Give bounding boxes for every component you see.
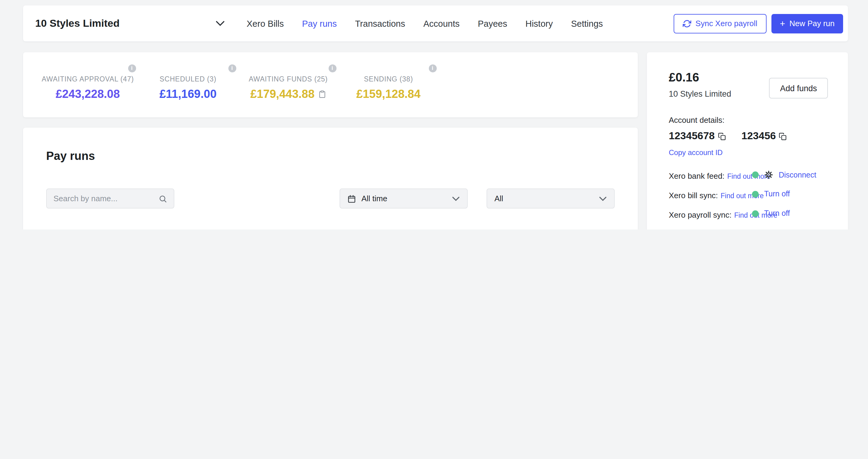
sync-label: Xero bill sync: [669, 191, 718, 200]
sync-label: Xero bank feed: [669, 171, 725, 180]
nav-xero-bills[interactable]: Xero Bills [247, 19, 284, 28]
account-panel: £0.16 10 Styles Limited Add funds Accoun… [647, 52, 848, 229]
stat-amount: £159,128.84 [338, 88, 439, 101]
search-input[interactable] [54, 194, 158, 203]
copy-icon[interactable] [779, 132, 787, 140]
turn-off-link[interactable]: Turn off [764, 209, 790, 218]
sort-code: 123456 [741, 130, 776, 142]
stat-sending: i SENDING (38) £159,128.84 [338, 62, 439, 117]
stat-amount: £243,228.08 [38, 88, 138, 101]
disconnect-link[interactable]: Disconnect [779, 171, 816, 179]
chevron-down-icon [216, 21, 225, 26]
content-row: i AWAITING APPROVAL (47) £243,228.08 i S… [23, 52, 848, 229]
status-filter-dropdown[interactable]: All [487, 189, 615, 208]
status-dot [752, 191, 759, 197]
stat-awaiting-funds: i AWAITING FUNDS (25) £179,443.88 [238, 62, 338, 117]
info-icon[interactable]: i [429, 64, 436, 73]
date-filter-value: All time [362, 194, 387, 203]
account-details-label: Account details: [669, 116, 826, 125]
xero-bill-sync-row: Xero bill sync: Turn off Find out more [669, 189, 826, 201]
status-dot [752, 210, 759, 217]
company-selector[interactable]: 10 Styles Limited [35, 17, 225, 29]
nav-history[interactable]: History [525, 19, 553, 28]
account-number: 12345678 [669, 130, 715, 142]
company-name: 10 Styles Limited [35, 17, 120, 29]
stat-scheduled: i SCHEDULED (3) £11,169.00 [138, 62, 238, 117]
nav-accounts[interactable]: Accounts [423, 19, 460, 28]
sync-button-label: Sync Xero payroll [695, 19, 757, 28]
xero-payroll-sync-row: Xero payroll sync: Turn off Find out mor… [669, 208, 826, 220]
account-numbers: 12345678 123456 [669, 130, 826, 142]
search-icon [158, 194, 167, 203]
new-pay-run-label: New Pay run [789, 19, 835, 28]
status-dot [752, 171, 759, 178]
copy-icon[interactable] [718, 132, 725, 140]
sync-icon [683, 19, 691, 28]
nav-transactions[interactable]: Transactions [355, 19, 405, 28]
page-title: Pay runs [23, 149, 638, 163]
stat-amount: £179,443.88 [250, 88, 314, 101]
info-icon[interactable]: i [128, 64, 136, 73]
clipboard-icon[interactable] [318, 90, 326, 98]
stat-label: AWAITING FUNDS (25) [238, 76, 338, 83]
xero-bank-feed-row: Xero bank feed: [669, 170, 826, 181]
xero-sync-section: Xero bank feed: [669, 170, 826, 220]
pay-runs-card: Pay runs [23, 128, 638, 229]
add-funds-button[interactable]: Add funds [769, 78, 828, 98]
chevron-down-icon [599, 196, 607, 201]
stat-amount: £11,169.00 [138, 88, 238, 101]
filters-row: All time All [23, 189, 638, 208]
stat-awaiting-approval: i AWAITING APPROVAL (47) £243,228.08 [38, 62, 138, 117]
status-summary-card: i AWAITING APPROVAL (47) £243,228.08 i S… [23, 52, 638, 117]
top-navigation-bar: 10 Styles Limited Xero Bills Pay runs Tr… [23, 5, 848, 41]
nav-settings[interactable]: Settings [571, 19, 603, 28]
main-nav: Xero Bills Pay runs Transactions Account… [247, 19, 603, 28]
stat-label: AWAITING APPROVAL (47) [38, 76, 138, 83]
sync-label: Xero payroll sync: [669, 210, 732, 220]
info-icon[interactable]: i [328, 64, 336, 73]
date-filter-dropdown[interactable]: All time [340, 189, 468, 208]
topbar-actions: Sync Xero payroll + New Pay run [674, 14, 843, 33]
nav-pay-runs[interactable]: Pay runs [302, 19, 337, 28]
chevron-down-icon [452, 196, 460, 201]
copy-account-id-link[interactable]: Copy account ID [669, 148, 722, 157]
app: 10 Styles Limited Xero Bills Pay runs Tr… [0, 0, 868, 229]
stat-label: SCHEDULED (3) [138, 76, 238, 83]
info-icon[interactable]: i [228, 64, 236, 73]
sync-xero-payroll-button[interactable]: Sync Xero payroll [674, 14, 767, 33]
new-pay-run-button[interactable]: + New Pay run [771, 14, 843, 33]
status-filter-value: All [494, 194, 503, 203]
turn-off-link[interactable]: Turn off [764, 190, 790, 198]
nav-payees[interactable]: Payees [478, 19, 507, 28]
left-column: i AWAITING APPROVAL (47) £243,228.08 i S… [23, 52, 638, 229]
plus-icon: + [780, 19, 785, 28]
search-box [46, 189, 174, 208]
calendar-icon [347, 194, 356, 203]
stat-label: SENDING (38) [338, 76, 439, 83]
gear-icon[interactable] [764, 170, 773, 179]
